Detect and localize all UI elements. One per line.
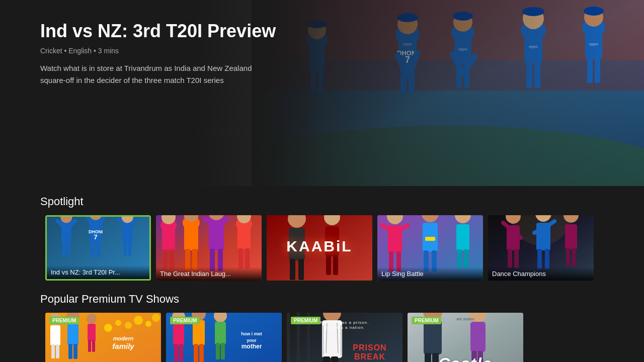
- spotlight-item-cricket[interactable]: DHONI 7: [45, 215, 151, 281]
- svg-rect-176: [174, 344, 178, 361]
- svg-rect-142: [537, 249, 542, 269]
- svg-rect-160: [73, 344, 77, 359]
- svg-rect-81: [163, 249, 168, 269]
- svg-rect-75: [128, 242, 131, 255]
- spotlight-label-lipsing: Lip Sing Battle: [377, 267, 483, 281]
- show-item-prison-break[interactable]: PREMIUM: [287, 313, 403, 362]
- svg-text:PRISON: PRISON: [353, 343, 386, 352]
- spotlight-item-lipsing[interactable]: Lip Sing Battle: [377, 215, 483, 281]
- svg-rect-155: [51, 344, 55, 358]
- spotlight-item-dance[interactable]: Dance Champions: [488, 215, 594, 281]
- premium-badge-castle: PREMIUM: [412, 317, 441, 324]
- svg-rect-137: [514, 249, 519, 268]
- spotlight-label-laugh: The Great Indian Laug...: [156, 267, 262, 281]
- svg-rect-67: [97, 241, 101, 257]
- svg-point-172: [152, 314, 160, 322]
- spotlight-section: Spotlight ions: [0, 186, 644, 286]
- svg-text:how i met: how i met: [241, 331, 262, 336]
- svg-text:Now, it's a nation.: Now, it's a nation.: [324, 325, 365, 330]
- svg-rect-159: [68, 344, 72, 359]
- svg-rect-86: [184, 223, 198, 250]
- svg-point-171: [145, 321, 151, 327]
- svg-rect-74: [124, 242, 127, 255]
- hero-content: Ind vs NZ: 3rd T20I Preview Cricket • En…: [40, 20, 276, 86]
- svg-rect-175: [173, 323, 184, 345]
- svg-point-77: [121, 215, 134, 216]
- svg-rect-128: [457, 249, 462, 268]
- svg-text:modern: modern: [113, 335, 134, 341]
- svg-rect-101: [238, 248, 243, 268]
- hero-title: Ind vs NZ: 3rd T20I Preview: [40, 20, 276, 42]
- svg-rect-143: [545, 249, 549, 269]
- svg-rect-162: [88, 324, 96, 341]
- svg-text:Castle: Castle: [438, 354, 493, 362]
- svg-rect-164: [92, 340, 95, 352]
- svg-text:abc studios: abc studios: [456, 317, 474, 321]
- svg-rect-127: [456, 224, 469, 250]
- svg-rect-181: [199, 344, 204, 362]
- svg-rect-183: [215, 322, 226, 344]
- premium-badge-prison: PREMIUM: [291, 317, 320, 324]
- svg-point-59: [60, 215, 72, 216]
- svg-point-161: [87, 314, 97, 324]
- svg-rect-111: [326, 255, 331, 275]
- svg-rect-136: [508, 249, 512, 268]
- hero-meta: Cricket • English • 3 mins: [40, 47, 276, 55]
- premium-badge-mother: PREMIUM: [170, 317, 200, 324]
- svg-rect-145: [565, 224, 577, 249]
- svg-rect-199: [323, 356, 330, 362]
- show-item-mother[interactable]: PREMIUM: [166, 313, 282, 362]
- svg-rect-102: [245, 248, 250, 268]
- svg-point-168: [115, 320, 121, 326]
- svg-rect-207: [424, 320, 442, 354]
- svg-rect-82: [170, 249, 174, 269]
- svg-text:7: 7: [94, 233, 98, 241]
- popular-title: Popular Premium TV Shows: [40, 293, 644, 306]
- svg-rect-184: [216, 343, 220, 359]
- svg-rect-56: [62, 242, 66, 255]
- svg-text:family: family: [112, 342, 134, 350]
- svg-text:First, it was a prison.: First, it was a prison.: [320, 320, 369, 325]
- spotlight-row: ions: [40, 215, 644, 281]
- spotlight-item-kaabil[interactable]: KAABiL: [267, 215, 372, 281]
- svg-rect-100: [237, 224, 251, 249]
- svg-text:KAABiL: KAABiL: [286, 238, 352, 254]
- svg-rect-108: [298, 259, 304, 280]
- popular-section: Popular Premium TV Shows PREMIUM GOT GAM…: [0, 286, 644, 362]
- svg-text:BREAK: BREAK: [354, 352, 385, 361]
- svg-text:mother: mother: [242, 343, 262, 350]
- svg-rect-107: [290, 259, 295, 280]
- spotlight-label-cricket: Ind vs NZ: 3rd T20I Pr...: [47, 265, 149, 279]
- svg-rect-125: [425, 237, 435, 241]
- hero-description: Watch what is in store at Trivandrum as …: [40, 62, 267, 86]
- svg-rect-208: [425, 353, 431, 362]
- svg-rect-158: [67, 323, 78, 345]
- svg-rect-156: [56, 344, 59, 358]
- svg-rect-211: [470, 322, 486, 352]
- svg-rect-163: [88, 340, 91, 352]
- spotlight-label-dance: Dance Champions: [488, 267, 594, 281]
- svg-rect-180: [194, 344, 198, 362]
- svg-rect-177: [179, 344, 183, 361]
- svg-point-167: [104, 324, 112, 332]
- svg-rect-129: [464, 249, 468, 268]
- svg-rect-146: [566, 248, 570, 266]
- svg-rect-112: [333, 255, 338, 275]
- svg-rect-57: [67, 242, 70, 255]
- svg-rect-80: [162, 225, 175, 250]
- svg-point-169: [125, 322, 132, 329]
- svg-point-170: [134, 316, 143, 325]
- svg-rect-190: [287, 313, 290, 362]
- spotlight-item-laugh[interactable]: The Great Indian Laug...: [156, 215, 262, 281]
- svg-rect-66: [91, 241, 95, 257]
- svg-rect-200: [331, 356, 338, 362]
- popular-row: PREMIUM GOT GAME OF THRONES PREMIUM: [40, 313, 644, 362]
- hero-section: DHONI 7 oppo oppo: [0, 0, 644, 186]
- premium-badge-modern: PREMIUM: [49, 317, 79, 324]
- svg-text:your: your: [247, 338, 257, 343]
- show-item-castle[interactable]: PREMIUM: [408, 313, 523, 362]
- show-item-modern-family[interactable]: PREMIUM: [45, 313, 161, 362]
- svg-rect-154: [50, 325, 60, 345]
- svg-rect-147: [572, 248, 576, 266]
- svg-rect-185: [221, 343, 225, 359]
